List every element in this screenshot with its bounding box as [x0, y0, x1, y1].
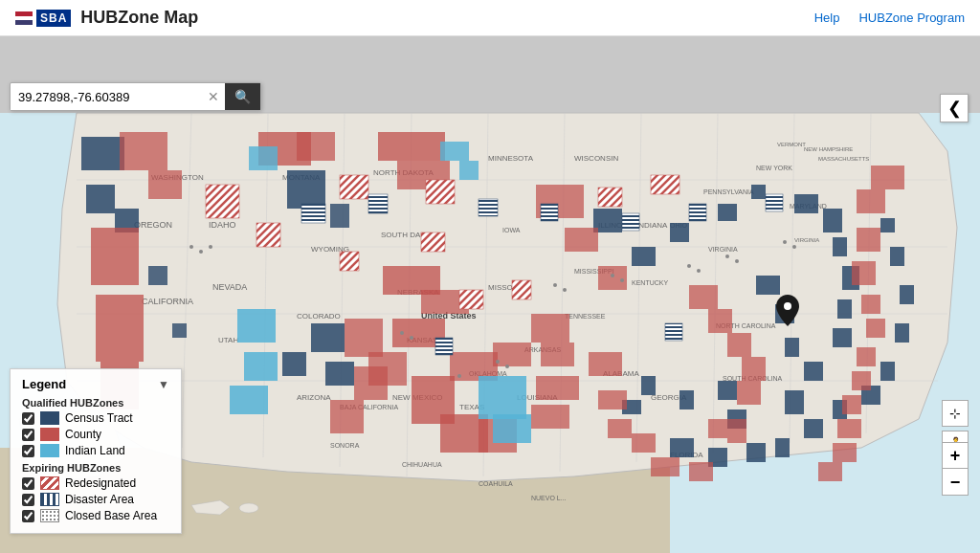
svg-rect-77 — [718, 204, 737, 221]
svg-rect-178 — [340, 252, 359, 271]
indian-land-swatch — [40, 444, 59, 457]
svg-rect-173 — [256, 223, 280, 247]
svg-rect-188 — [435, 338, 453, 355]
closed-base-checkbox[interactable] — [22, 510, 34, 522]
svg-rect-153 — [866, 319, 885, 338]
svg-rect-156 — [842, 395, 861, 414]
legend-item-county: County — [22, 428, 169, 441]
svg-rect-183 — [479, 199, 498, 216]
svg-text:CALIFORNIA: CALIFORNIA — [142, 297, 193, 306]
svg-rect-177 — [421, 232, 445, 252]
header-left: SBA HUBZone Map — [15, 8, 198, 28]
svg-rect-146 — [727, 419, 746, 443]
search-clear-button[interactable]: ✕ — [202, 85, 225, 108]
svg-rect-142 — [708, 309, 732, 333]
svg-rect-111 — [96, 295, 144, 362]
zoom-controls: + − — [942, 442, 969, 496]
svg-rect-71 — [172, 323, 187, 338]
svg-rect-95 — [670, 438, 694, 457]
svg-rect-114 — [148, 170, 182, 199]
svg-rect-93 — [641, 376, 656, 395]
search-button[interactable]: 🔍 — [225, 83, 260, 110]
svg-rect-145 — [737, 381, 761, 405]
svg-rect-99 — [804, 419, 823, 438]
svg-rect-89 — [785, 390, 804, 414]
svg-rect-104 — [900, 285, 914, 304]
svg-rect-163 — [237, 309, 276, 343]
svg-rect-158 — [833, 443, 857, 462]
svg-rect-75 — [632, 247, 656, 266]
svg-point-194 — [410, 336, 413, 340]
header-links: Help HUBZone Program — [814, 11, 965, 25]
svg-point-202 — [735, 259, 739, 263]
census-tract-checkbox[interactable] — [22, 412, 34, 425]
indian-land-label: Indian Land — [65, 444, 125, 457]
svg-rect-109 — [282, 352, 306, 376]
svg-rect-171 — [206, 185, 239, 218]
svg-text:OREGON: OREGON — [134, 220, 172, 230]
svg-rect-184 — [541, 204, 558, 221]
svg-rect-148 — [857, 189, 885, 213]
zoom-out-button[interactable]: − — [942, 469, 969, 496]
search-input[interactable] — [11, 84, 202, 110]
zoom-in-button[interactable]: + — [942, 442, 969, 469]
svg-text:IOWA: IOWA — [502, 227, 521, 233]
svg-rect-157 — [837, 419, 861, 438]
svg-point-198 — [620, 278, 624, 282]
svg-rect-83 — [837, 299, 852, 319]
svg-point-193 — [400, 331, 404, 335]
sba-logo: SBA — [15, 10, 71, 27]
svg-rect-80 — [823, 209, 842, 232]
county-checkbox[interactable] — [22, 429, 34, 441]
disaster-area-swatch — [40, 493, 59, 506]
svg-rect-147 — [708, 419, 727, 438]
county-label: County — [65, 428, 101, 441]
svg-rect-81 — [833, 237, 847, 256]
svg-rect-149 — [871, 166, 904, 189]
navigate-icon[interactable]: ⊹ — [942, 400, 969, 427]
disaster-area-checkbox[interactable] — [22, 494, 34, 506]
svg-rect-70 — [148, 266, 167, 285]
chevron-left-icon: ❮ — [947, 98, 962, 119]
disaster-area-label: Disaster Area — [65, 493, 134, 506]
svg-rect-168 — [249, 146, 278, 170]
qualified-hubzones-title: Qualified HUBZones — [22, 397, 169, 409]
legend-chevron-icon[interactable]: ▼ — [158, 378, 169, 391]
svg-point-203 — [783, 240, 787, 244]
back-arrow-button[interactable]: ❮ — [940, 94, 969, 122]
hubzone-program-link[interactable]: HUBZone Program — [858, 11, 965, 25]
svg-rect-172 — [340, 175, 368, 199]
legend-item-redesignated: Redesignated — [22, 476, 169, 490]
svg-text:NEW HAMPSHIRE: NEW HAMPSHIRE — [804, 146, 853, 152]
redesignated-checkbox[interactable] — [22, 477, 34, 490]
svg-rect-166 — [479, 376, 526, 419]
svg-point-192 — [209, 245, 212, 249]
svg-text:VERMONT: VERMONT — [777, 142, 806, 147]
svg-rect-175 — [598, 188, 622, 207]
svg-rect-141 — [689, 285, 718, 309]
svg-point-195 — [553, 283, 557, 287]
svg-text:NEVADA: NEVADA — [212, 282, 247, 292]
svg-point-197 — [611, 274, 614, 277]
svg-rect-90 — [718, 381, 737, 400]
header: SBA HUBZone Map Help HUBZone Program — [0, 0, 980, 36]
indian-land-checkbox[interactable] — [22, 445, 34, 457]
svg-rect-130 — [598, 266, 627, 290]
svg-point-196 — [563, 288, 567, 292]
svg-text:COLORADO: COLORADO — [297, 312, 341, 321]
svg-rect-85 — [756, 276, 780, 295]
map-container[interactable]: OREGON CALIFORNIA WASHINGTON IDAHO NEVAD… — [0, 36, 980, 553]
svg-rect-136 — [598, 390, 627, 409]
svg-text:MINNESOTA: MINNESOTA — [488, 154, 534, 163]
svg-rect-117 — [378, 132, 445, 161]
svg-text:KENTUCKY: KENTUCKY — [632, 279, 668, 286]
svg-rect-73 — [330, 204, 349, 228]
svg-rect-189 — [665, 323, 682, 341]
svg-rect-167 — [493, 414, 531, 443]
svg-rect-164 — [244, 352, 278, 381]
help-link[interactable]: Help — [814, 11, 840, 25]
closed-base-label: Closed Base Area — [65, 509, 157, 522]
svg-rect-151 — [852, 261, 876, 285]
legend-header: Legend ▼ — [22, 377, 169, 391]
legend-item-closed-base: Closed Base Area — [22, 509, 169, 522]
